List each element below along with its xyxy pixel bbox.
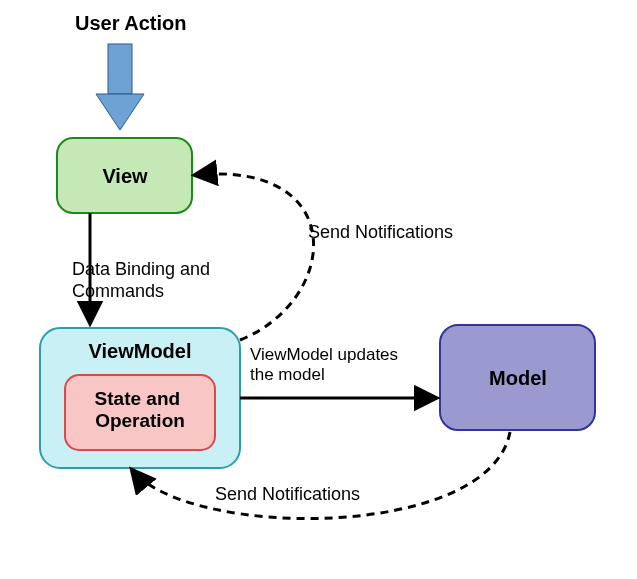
edge-vm-to-model-label: ViewModel updates the model	[250, 345, 403, 384]
edge-vm-to-view-notify-label: Send Notifications	[308, 222, 453, 242]
state-op-label: State and Operation	[95, 388, 186, 431]
viewmodel-label: ViewModel	[89, 340, 192, 362]
view-node: View	[57, 138, 192, 213]
state-operation-node: State and Operation	[65, 375, 215, 450]
edge-vm-to-view-notify	[195, 174, 314, 340]
title-text: User Action	[75, 12, 187, 34]
edge-model-to-vm-notify-label: Send Notifications	[215, 484, 360, 504]
edge-view-to-vm-label-line1: Data Binding and Commands	[72, 259, 215, 301]
view-label: View	[102, 165, 148, 187]
model-node: Model	[440, 325, 595, 430]
model-label: Model	[489, 367, 547, 389]
user-action-arrow	[96, 44, 144, 130]
svg-marker-1	[96, 94, 144, 130]
mvvm-diagram: User Action View Data Binding and Comman…	[0, 0, 637, 579]
svg-rect-0	[108, 44, 132, 94]
